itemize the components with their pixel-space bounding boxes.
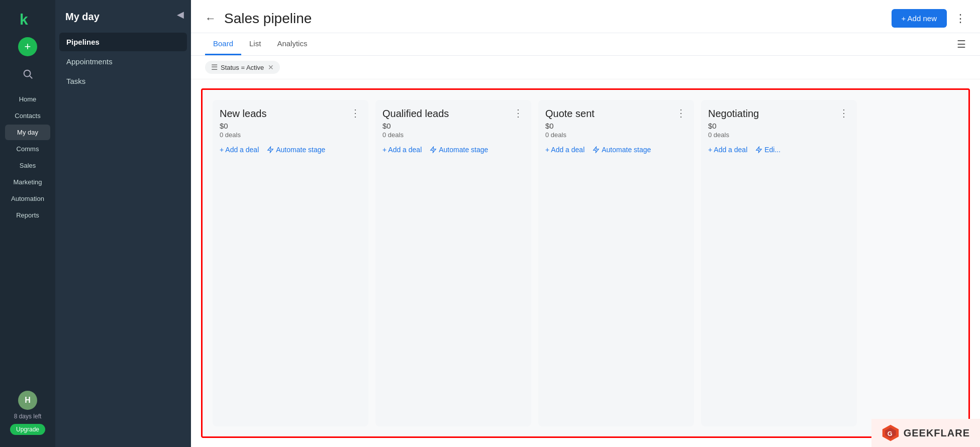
column-menu-quote-sent[interactable]: ⋮ [675, 108, 687, 118]
column-menu-new-leads[interactable]: ⋮ [349, 108, 361, 118]
watermark-brand: GEEKFLARE [904, 427, 970, 439]
automate-stage-negotiating[interactable]: Edi... [755, 146, 780, 154]
filter-chip-label: Status = Active [221, 64, 264, 71]
page-header: ← Sales pipeline + Add new ⋮ [191, 0, 980, 33]
watermark: G GEEKFLARE [871, 419, 980, 447]
collapse-sidebar-button[interactable]: ◀ [177, 9, 184, 20]
pipeline-board: New leads $0 0 deals ⋮ + Add a deal Auto… [201, 88, 970, 438]
column-header-negotiating: Negotiating $0 0 deals ⋮ [708, 108, 850, 139]
pipeline-column-quote-sent: Quote sent $0 0 deals ⋮ + Add a deal Aut… [538, 100, 694, 426]
days-left-label: 8 days left [14, 413, 42, 420]
column-header-qualified-leads: Qualified leads $0 0 deals ⋮ [382, 108, 524, 139]
tab-list[interactable]: List [241, 33, 269, 55]
automate-stage-qualified-leads[interactable]: Automate stage [430, 146, 488, 154]
tab-analytics[interactable]: Analytics [269, 33, 315, 55]
column-actions-new-leads: + Add a deal Automate stage [220, 146, 361, 154]
svg-point-1 [24, 70, 31, 77]
automate-stage-new-leads[interactable]: Automate stage [267, 146, 325, 154]
svg-line-2 [30, 76, 32, 78]
column-amount-qualified-leads: $0 [382, 122, 449, 130]
filter-chip-icon: ☰ [211, 63, 218, 72]
sub-nav-tasks[interactable]: Tasks [59, 72, 187, 90]
pipeline-column-qualified-leads: Qualified leads $0 0 deals ⋮ + Add a dea… [375, 100, 531, 426]
sub-sidebar: My day Pipelines Appointments Tasks ◀ [55, 0, 191, 447]
sidebar-item-home[interactable]: Home [5, 91, 50, 107]
column-actions-negotiating: + Add a deal Edi... [708, 146, 850, 154]
sidebar-item-comms[interactable]: Comms [5, 141, 50, 157]
column-deals-new-leads: 0 deals [220, 131, 266, 139]
sidebar-item-marketing[interactable]: Marketing [5, 174, 50, 190]
sidebar-item-automation[interactable]: Automation [5, 191, 50, 206]
sub-nav-appointments[interactable]: Appointments [59, 52, 187, 71]
sub-sidebar-title: My day [55, 0, 191, 31]
column-amount-negotiating: $0 [708, 122, 759, 130]
column-amount-quote-sent: $0 [545, 122, 595, 130]
filter-bar: ☰ Status = Active ✕ [191, 56, 980, 79]
sidebar-item-reports[interactable]: Reports [5, 207, 50, 223]
pipeline-column-negotiating: Negotiating $0 0 deals ⋮ + Add a deal Ed… [701, 100, 857, 426]
app-logo: k [16, 8, 39, 31]
column-menu-negotiating[interactable]: ⋮ [838, 108, 850, 118]
filter-chip-close[interactable]: ✕ [268, 63, 274, 71]
avatar[interactable]: H [18, 391, 37, 410]
main-nav: Home Contacts My day Comms Sales Marketi… [0, 91, 55, 223]
column-deals-negotiating: 0 deals [708, 131, 759, 139]
column-actions-qualified-leads: + Add a deal Automate stage [382, 146, 524, 154]
column-title-new-leads: New leads $0 0 deals [220, 108, 266, 139]
column-amount-new-leads: $0 [220, 122, 266, 130]
add-deal-new-leads[interactable]: + Add a deal [220, 146, 259, 154]
main-content: ← Sales pipeline + Add new ⋮ Board List … [191, 0, 980, 447]
sidebar-item-contacts[interactable]: Contacts [5, 108, 50, 124]
svg-text:G: G [887, 430, 892, 437]
add-deal-qualified-leads[interactable]: + Add a deal [382, 146, 422, 154]
add-button[interactable]: + [18, 37, 37, 56]
sub-nav: Pipelines Appointments Tasks [55, 31, 191, 92]
sidebar-item-sales[interactable]: Sales [5, 158, 50, 173]
icon-sidebar: k + Home Contacts My day Comms Sales Mar… [0, 0, 55, 447]
column-deals-quote-sent: 0 deals [545, 131, 595, 139]
upgrade-button[interactable]: Upgrade [10, 424, 45, 435]
sidebar-item-myday[interactable]: My day [5, 125, 50, 140]
tab-board[interactable]: Board [205, 33, 241, 55]
column-deals-qualified-leads: 0 deals [382, 131, 449, 139]
column-menu-qualified-leads[interactable]: ⋮ [512, 108, 524, 118]
add-new-button[interactable]: + Add new [892, 9, 947, 28]
tabs-bar: Board List Analytics ☰ [191, 33, 980, 56]
more-options-button[interactable]: ⋮ [955, 12, 966, 25]
automate-stage-quote-sent[interactable]: Automate stage [593, 146, 651, 154]
filter-icon[interactable]: ☰ [957, 38, 966, 50]
column-header-quote-sent: Quote sent $0 0 deals ⋮ [545, 108, 687, 139]
column-actions-quote-sent: + Add a deal Automate stage [545, 146, 687, 154]
svg-text:k: k [20, 11, 28, 28]
add-deal-quote-sent[interactable]: + Add a deal [545, 146, 584, 154]
column-header-new-leads: New leads $0 0 deals ⋮ [220, 108, 361, 139]
search-icon[interactable] [18, 64, 37, 83]
status-filter-chip: ☰ Status = Active ✕ [205, 61, 280, 74]
sub-nav-pipelines[interactable]: Pipelines [59, 33, 187, 51]
add-deal-negotiating[interactable]: + Add a deal [708, 146, 747, 154]
back-button[interactable]: ← [205, 12, 216, 25]
page-title: Sales pipeline [224, 11, 884, 27]
user-area: H 8 days left Upgrade [10, 391, 45, 439]
pipeline-column-new-leads: New leads $0 0 deals ⋮ + Add a deal Auto… [213, 100, 368, 426]
